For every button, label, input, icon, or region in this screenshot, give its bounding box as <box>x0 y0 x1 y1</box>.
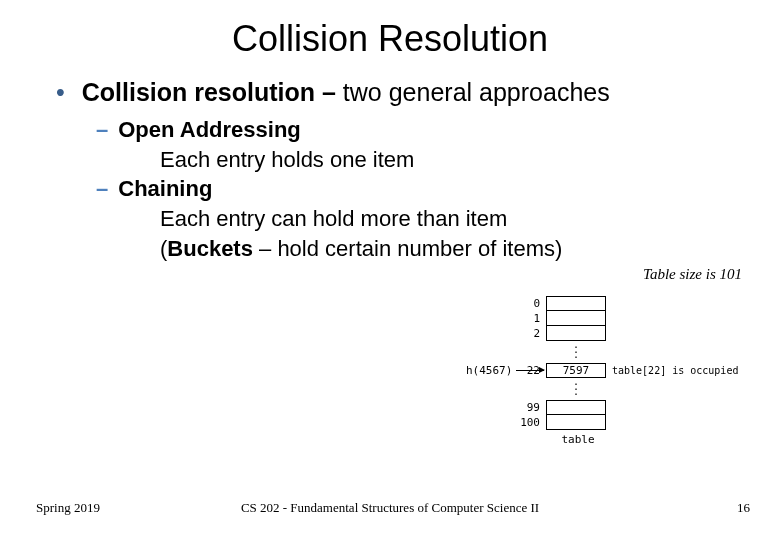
row-index-99: 99 <box>466 401 546 414</box>
buckets-rest: – hold certain number of items) <box>253 236 562 261</box>
page-title: Collision Resolution <box>40 18 740 60</box>
row-index-1: 1 <box>466 312 546 325</box>
row-index-2: 2 <box>466 327 546 340</box>
vertical-ellipsis: ··· <box>466 378 746 400</box>
bullet-chaining: –Chaining <box>96 174 740 204</box>
dash-icon: – <box>96 176 108 201</box>
table-row: 0 <box>466 296 746 311</box>
table-size-caption: Table size is 101 <box>643 266 742 283</box>
bullet-dot: • <box>56 78 65 106</box>
slide: Collision Resolution • Collision resolut… <box>0 0 780 540</box>
chaining-desc-line2: (Buckets – hold certain number of items) <box>160 234 740 264</box>
bullet-main: • Collision resolution – two general app… <box>56 78 740 107</box>
table-cell <box>546 296 606 311</box>
page-number: 16 <box>737 500 750 516</box>
occupied-note: table[22] is occupied <box>606 365 738 376</box>
row-index-22: 22 <box>466 364 546 377</box>
table-row-22: 22 7597 table[22] is occupied <box>466 363 746 378</box>
table-row: 99 <box>466 400 746 415</box>
buckets-bold: Buckets <box>167 236 253 261</box>
table-row: 1 <box>466 311 746 326</box>
footer-term: Spring 2019 <box>36 500 100 516</box>
row-index-0: 0 <box>466 297 546 310</box>
dash-icon: – <box>96 117 108 142</box>
table-cell-22: 7597 <box>546 363 606 378</box>
bullet-main-rest: two general approaches <box>336 78 610 106</box>
table-cell <box>546 326 606 341</box>
bullet-main-bold: Collision resolution – <box>82 78 336 106</box>
table-cell <box>546 415 606 430</box>
table-cell <box>546 311 606 326</box>
chaining-desc-line1: Each entry can hold more than item <box>160 204 740 234</box>
row-index-100: 100 <box>466 416 546 429</box>
hash-table-diagram: 0 1 2 ··· h(4567) 22 7597 table[22] is o… <box>466 296 746 506</box>
vertical-ellipsis: ··· <box>466 341 746 363</box>
chaining-label: Chaining <box>118 176 212 201</box>
table-cell <box>546 400 606 415</box>
bullet-open-addressing: –Open Addressing <box>96 115 740 145</box>
open-addressing-desc: Each entry holds one item <box>160 145 740 175</box>
table-row: 2 <box>466 326 746 341</box>
open-addressing-label: Open Addressing <box>118 117 301 142</box>
table-row: 100 <box>466 415 746 430</box>
footer-course: CS 202 - Fundamental Structures of Compu… <box>241 500 539 516</box>
table-label: table <box>548 430 608 446</box>
